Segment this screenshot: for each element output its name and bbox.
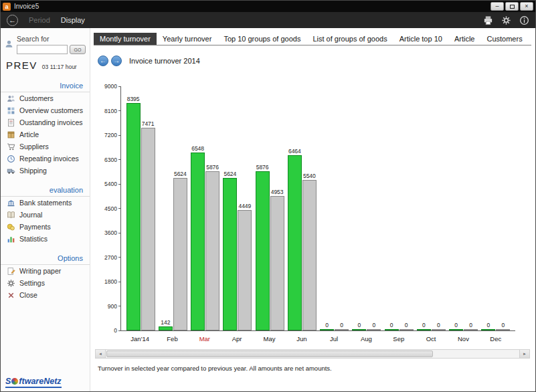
bar-group: 00 bbox=[415, 86, 447, 330]
bar-value-label: 6548 bbox=[191, 146, 204, 152]
datetime-label: 03 11:17 hour bbox=[42, 64, 77, 70]
maximize-icon bbox=[510, 5, 515, 9]
x-axis-label: Jul bbox=[318, 331, 350, 342]
y-tick: 3600 bbox=[101, 229, 121, 236]
tab-article[interactable]: Article bbox=[448, 33, 481, 45]
bar-group: 65485876 bbox=[189, 86, 221, 330]
bar-2014 bbox=[449, 329, 463, 330]
bar-previous-year bbox=[238, 210, 252, 330]
bar-2014 bbox=[352, 329, 366, 330]
bar-value-label: 142 bbox=[161, 320, 170, 326]
tab-article-top10[interactable]: Article top 10 bbox=[393, 33, 448, 45]
sidebar-item-payments[interactable]: Payments bbox=[1, 221, 90, 233]
bar-previous-year bbox=[496, 329, 510, 330]
y-tick: 4500 bbox=[101, 205, 121, 212]
next-period-button[interactable]: → bbox=[111, 56, 122, 66]
sidebar-item-label: Article bbox=[19, 130, 39, 138]
sidebar-item-label: Suppliers bbox=[19, 142, 49, 151]
sidebar-item-label: Bank statements bbox=[19, 199, 72, 207]
toolbar-period[interactable]: Period bbox=[29, 16, 50, 24]
minimize-button[interactable]: – bbox=[490, 2, 504, 11]
y-tick: 0 bbox=[101, 327, 121, 334]
bar-group: 00 bbox=[319, 86, 351, 330]
bar-2014 bbox=[191, 153, 205, 330]
bar-previous-year bbox=[367, 329, 381, 330]
bar-group: 1425624 bbox=[157, 86, 189, 330]
date-time-row: PREV 03 11:17 hour bbox=[1, 57, 90, 72]
bar-previous-year bbox=[205, 171, 219, 330]
bar-value-label: 0 bbox=[358, 322, 361, 328]
bar-2014 bbox=[481, 329, 495, 330]
window-controls: – × bbox=[490, 2, 533, 11]
bar-group: 64645540 bbox=[286, 86, 318, 330]
bar-2014 bbox=[126, 103, 141, 330]
sidebar-item-label: Shipping bbox=[19, 167, 47, 175]
sidebar-item-article[interactable]: Article bbox=[1, 128, 90, 140]
tab-list-groups[interactable]: List of groups of goods bbox=[306, 33, 393, 45]
maximize-button[interactable] bbox=[505, 2, 519, 11]
scroll-right-button[interactable]: ► bbox=[519, 350, 529, 358]
tab-bar: Montly turnover Yearly turnover Top 10 g… bbox=[94, 33, 531, 45]
tab-top10-groups[interactable]: Top 10 groups of goods bbox=[217, 33, 306, 45]
back-button[interactable]: ← bbox=[7, 15, 18, 26]
scrollbar-track[interactable] bbox=[106, 350, 519, 358]
search-person-icon bbox=[5, 37, 13, 50]
close-window-button[interactable]: × bbox=[520, 2, 533, 11]
sidebar-item-outstanding-invoices[interactable]: Oustanding invoices bbox=[1, 116, 90, 128]
statistics-icon bbox=[7, 235, 15, 243]
toolbar-display[interactable]: Display bbox=[61, 16, 85, 24]
logo-prefix: S bbox=[5, 377, 11, 386]
sidebar-item-close[interactable]: Close bbox=[1, 289, 90, 301]
bar-value-label: 0 bbox=[437, 322, 440, 328]
info-icon[interactable] bbox=[519, 15, 529, 25]
logo-suffix: ftwareNetz bbox=[19, 377, 61, 386]
y-tick: 2700 bbox=[101, 254, 121, 261]
sidebar-item-journal[interactable]: Journal bbox=[1, 209, 90, 221]
horizontal-scrollbar[interactable]: ◄ ► bbox=[95, 349, 530, 359]
sidebar-item-label: Overview customers bbox=[19, 106, 83, 114]
bar-value-label: 0 bbox=[422, 322, 426, 328]
outstanding-invoices-icon bbox=[7, 118, 15, 127]
logo-ball-icon bbox=[11, 378, 18, 385]
bar-previous-year bbox=[335, 329, 349, 330]
scrollbar-thumb[interactable] bbox=[106, 351, 433, 357]
overview-customers-icon bbox=[7, 106, 15, 115]
search-label: Search for bbox=[17, 35, 86, 43]
tab-monthly-turnover[interactable]: Montly turnover bbox=[94, 33, 157, 45]
sidebar-item-suppliers[interactable]: Suppliers bbox=[1, 140, 90, 153]
sidebar-item-shipping[interactable]: Shipping bbox=[1, 165, 90, 177]
prev-period-button[interactable]: ← bbox=[98, 56, 108, 66]
y-tick: 1800 bbox=[101, 278, 121, 285]
tab-customers[interactable]: Customers bbox=[480, 33, 528, 45]
x-axis-label: Aug bbox=[350, 331, 382, 342]
settings-gear-icon[interactable] bbox=[501, 15, 511, 25]
bar-2014 bbox=[159, 326, 173, 330]
toolbar-right-icons bbox=[483, 15, 529, 25]
sidebar-item-label: Settings bbox=[19, 279, 45, 287]
sidebar-item-overview-customers[interactable]: Overview customers bbox=[1, 104, 90, 116]
bar-previous-year bbox=[173, 178, 187, 330]
tab-yearly-turnover[interactable]: Yearly turnover bbox=[157, 33, 218, 45]
search-input[interactable] bbox=[17, 45, 68, 54]
journal-icon bbox=[7, 211, 15, 219]
y-tick: 5400 bbox=[101, 181, 121, 187]
bar-value-label: 0 bbox=[390, 322, 393, 328]
bar-value-label: 5624 bbox=[224, 171, 236, 177]
sidebar-item-statistics[interactable]: Statistics bbox=[1, 233, 90, 245]
sidebar-item-repeating-invoices[interactable]: Repeating invoices bbox=[1, 153, 90, 165]
sidebar-item-settings[interactable]: Settings bbox=[1, 277, 90, 289]
print-icon[interactable] bbox=[483, 15, 493, 25]
sidebar-item-label: Writing paper bbox=[19, 267, 61, 275]
x-axis-label: Jun bbox=[286, 331, 318, 342]
bar-value-label: 4953 bbox=[271, 189, 284, 195]
go-button[interactable]: GO bbox=[70, 45, 86, 54]
x-axis-label: Mar bbox=[189, 331, 221, 342]
bar-group: 00 bbox=[448, 86, 480, 330]
bar-value-label: 0 bbox=[340, 322, 343, 328]
y-tick: 8100 bbox=[101, 108, 121, 114]
sidebar-item-writing-paper[interactable]: Writing paper bbox=[1, 265, 90, 277]
x-axis-label: Sep bbox=[383, 331, 415, 342]
sidebar-item-bank-statements[interactable]: Bank statements bbox=[1, 197, 90, 209]
sidebar-item-customers[interactable]: Customers bbox=[1, 92, 90, 104]
scroll-left-button[interactable]: ◄ bbox=[96, 350, 106, 358]
